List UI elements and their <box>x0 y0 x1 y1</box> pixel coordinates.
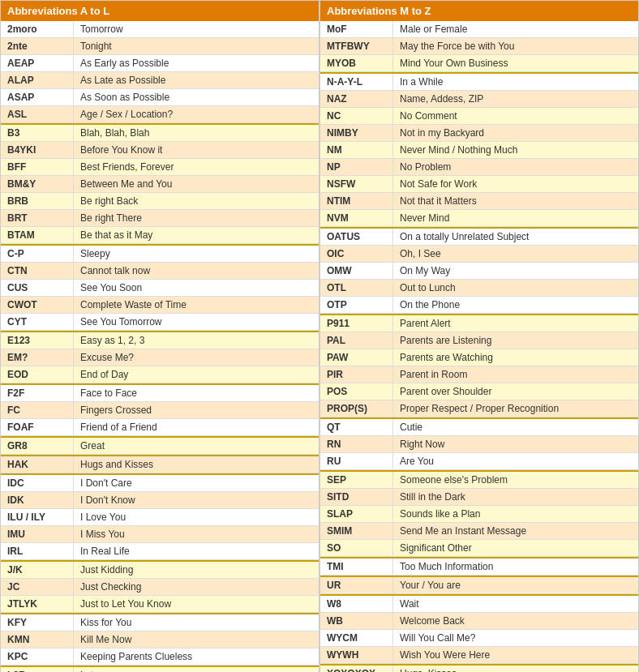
meaning-cell: Never Mind / Nothing Much <box>393 142 638 158</box>
abbr-cell: W8 <box>320 596 393 612</box>
meaning-cell: No Comment <box>393 108 638 124</box>
abbr-cell: CTN <box>1 263 74 279</box>
meaning-cell: Still in the Dark <box>393 489 638 505</box>
abbr-cell: OTP <box>320 297 393 313</box>
abbr-cell: KFY <box>1 614 74 631</box>
table-row: EM?Excuse Me? <box>1 349 319 366</box>
abbr-cell: EM? <box>1 349 74 366</box>
abbr-cell: RN <box>320 436 393 452</box>
abbr-cell: N-A-Y-L <box>320 74 393 90</box>
meaning-cell: Complete Waste of Time <box>74 297 319 313</box>
meaning-cell: In a While <box>393 74 638 90</box>
table-row: BTAMBe that as it May <box>1 227 319 244</box>
meaning-cell: Kill Me Now <box>74 631 319 648</box>
meaning-cell: May the Force be with You <box>393 38 638 54</box>
meaning-cell: Significant Other <box>393 540 638 556</box>
table-row: PAWParents are Watching <box>320 349 638 366</box>
meaning-cell: Just Checking <box>74 579 319 595</box>
abbr-cell: SITD <box>320 489 393 505</box>
table-row: P911Parent Alert <box>320 314 638 332</box>
abbr-cell: BFF <box>1 159 74 175</box>
abbr-cell: OTL <box>320 280 393 296</box>
table-row: KMNKill Me Now <box>1 631 319 648</box>
abbr-cell: POS <box>320 383 393 400</box>
meaning-cell: Sleepy <box>74 246 319 262</box>
abbr-cell: NTIM <box>320 193 393 209</box>
meaning-cell: Name, Addess, ZIP <box>393 91 638 107</box>
meaning-cell: End of Day <box>74 366 319 383</box>
meaning-cell: As Late as Possible <box>74 72 319 88</box>
meaning-cell: No Problem <box>393 159 638 175</box>
table-row: MYOBMind Your Own Business <box>320 55 638 72</box>
meaning-cell: Out to Lunch <box>393 280 638 296</box>
table-row: JCJust Checking <box>1 579 319 596</box>
table-row: CUSSee You Soon <box>1 280 319 297</box>
abbr-cell: ASL <box>1 106 74 122</box>
abbr-cell: PROP(S) <box>320 400 393 417</box>
table-row: BFFBest Friends, Forever <box>1 159 319 176</box>
table-row: NIMBYNot in my Backyard <box>320 125 638 142</box>
table-row: KPCKeeping Parents Clueless <box>1 648 319 666</box>
meaning-cell: Cannot talk now <box>74 263 319 279</box>
meaning-cell: Oh, I See <box>393 246 638 262</box>
meaning-cell: See You Tomorrow <box>74 314 319 330</box>
table-row: OTPOn the Phone <box>320 297 638 314</box>
abbr-cell: 2nte <box>1 38 74 54</box>
abbr-cell: IDC <box>1 475 74 491</box>
abbr-cell: ALAP <box>1 72 74 88</box>
abbr-cell: MTFBWY <box>320 38 393 54</box>
table-row: W8Wait <box>320 594 638 613</box>
table-row: BRBBe right Back <box>1 193 319 210</box>
abbr-cell: NM <box>320 142 393 158</box>
abbr-cell: KPC <box>1 648 74 665</box>
meaning-cell: Age / Sex / Location? <box>74 106 319 122</box>
table-row: HAKHugs and Kisses <box>1 455 319 473</box>
abbr-cell: AEAP <box>1 55 74 71</box>
abbr-cell: PAW <box>320 349 393 366</box>
meaning-cell: Parents are Watching <box>393 349 638 366</box>
meaning-cell: Send Me an Instant Message <box>393 523 638 539</box>
abbr-cell: F2F <box>1 385 74 401</box>
table-row: SOSignificant Other <box>320 540 638 557</box>
abbr-cell: NC <box>320 108 393 124</box>
table-row: OICOh, I See <box>320 246 638 263</box>
meaning-cell: Great <box>74 438 319 454</box>
meaning-cell: Between Me and You <box>74 176 319 192</box>
abbr-cell: NSFW <box>320 176 393 192</box>
table-row: E123Easy as 1, 2, 3 <box>1 331 319 349</box>
meaning-cell: Cutie <box>393 419 638 435</box>
abbr-cell: OMW <box>320 263 393 279</box>
meaning-cell: Be right There <box>74 210 319 226</box>
table-row: XOXOXOXHugs, Kisses, ... <box>320 664 638 672</box>
table-row: IDKI Don't Know <box>1 492 319 509</box>
abbr-cell: EOD <box>1 366 74 383</box>
table-row: PIRParent in Room <box>320 366 638 383</box>
table-row: NCNo Comment <box>320 108 638 125</box>
meaning-cell: Tomorrow <box>74 21 319 37</box>
abbr-cell: WB <box>320 613 393 629</box>
meaning-cell: Just to Let You Know <box>74 596 319 612</box>
meaning-cell: Before You Know it <box>74 142 319 158</box>
table-row: IRLIn Real Life <box>1 543 319 560</box>
abbr-cell: CUS <box>1 280 74 296</box>
meaning-cell: Just Kidding <box>74 562 319 578</box>
abbr-cell: JTLYK <box>1 596 74 612</box>
table-row: ASAPAs Soon as Possible <box>1 89 319 106</box>
abbr-cell: E123 <box>1 332 74 349</box>
abbr-cell: QT <box>320 419 393 435</box>
meaning-cell: I Don't Care <box>74 475 319 491</box>
meaning-cell: Tonight <box>74 38 319 54</box>
abbr-cell: SEP <box>320 472 393 488</box>
abbr-cell: HAK <box>1 456 74 473</box>
abbr-cell: RU <box>320 453 393 469</box>
table-row: CYTSee You Tomorrow <box>1 314 319 331</box>
table-row: FCFingers Crossed <box>1 402 319 419</box>
abbr-cell: ILU / ILY <box>1 509 74 525</box>
table-row: NSFWNot Safe for Work <box>320 176 638 193</box>
table-row: L8RLater <box>1 666 319 672</box>
table-row: SITDStill in the Dark <box>320 489 638 506</box>
abbr-cell: WYWH <box>320 647 393 663</box>
meaning-cell: Welcome Back <box>393 613 638 629</box>
table-row: BRTBe right There <box>1 210 319 227</box>
table-row: QTCutie <box>320 417 638 436</box>
